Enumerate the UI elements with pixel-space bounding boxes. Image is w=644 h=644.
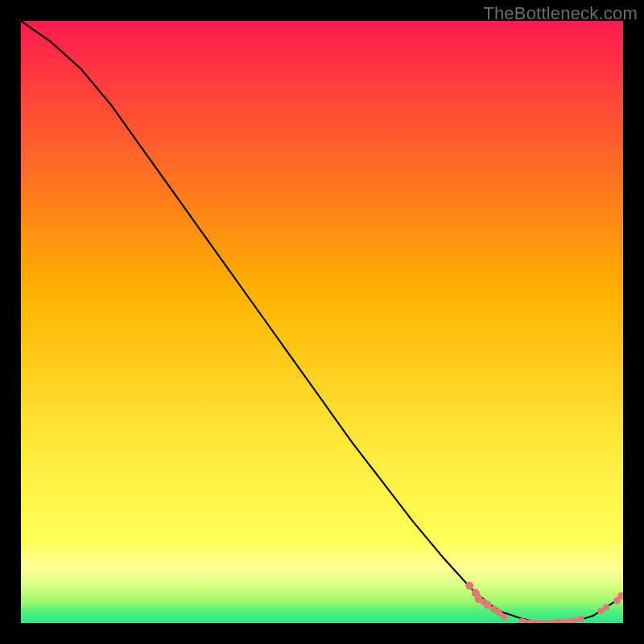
marker-dot [603,605,609,611]
marker-dot [502,614,508,621]
chart-svg [21,21,623,623]
marker-dot [484,601,492,609]
gradient-background [21,21,623,623]
marker-dot [465,582,473,590]
chart-frame: TheBottleneck.com [0,0,644,644]
watermark-text: TheBottleneck.com [483,3,638,24]
marker-dot [578,616,584,622]
plot-area [21,21,623,623]
marker-dot [597,608,604,614]
